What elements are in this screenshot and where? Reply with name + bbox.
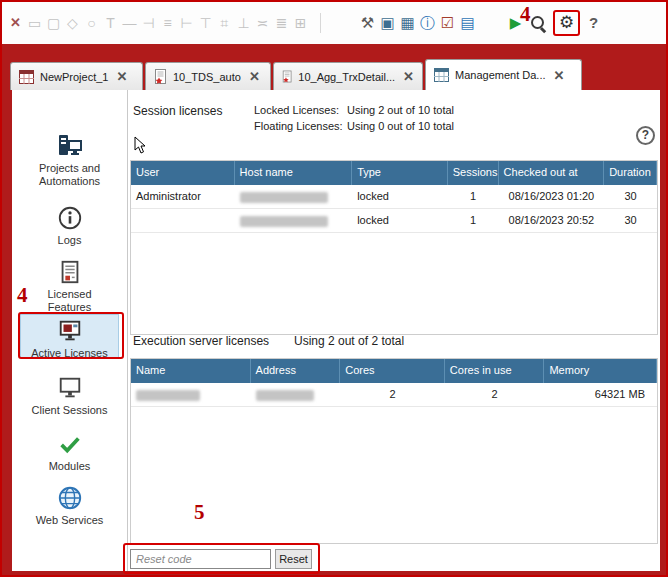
sidebar-item-label: Active Licenses bbox=[30, 347, 110, 360]
sidebar-item-projects-and-automations[interactable]: Projects and Automations bbox=[20, 130, 119, 188]
script-file-icon bbox=[282, 69, 292, 84]
sidebar-item-label: Web Services bbox=[30, 514, 110, 527]
panel-help-icon[interactable]: ? bbox=[636, 126, 655, 145]
tab-close-icon[interactable]: ✕ bbox=[554, 68, 565, 83]
execution-table-header: Name Address Cores Cores in use Memory bbox=[131, 359, 657, 383]
column-header-type[interactable]: Type bbox=[352, 161, 448, 185]
checklist-icon[interactable]: ☑ bbox=[440, 14, 455, 32]
tab-close-icon[interactable]: ✕ bbox=[116, 69, 127, 84]
tab-10-tds-auto[interactable]: 10_TDS_auto ✕ bbox=[145, 62, 271, 90]
annotation-marker-4-sidebar: 4 bbox=[17, 283, 28, 308]
session-table-header: User Host name Type Sessions Checked out… bbox=[131, 161, 657, 185]
tools-icon[interactable]: ⚒ bbox=[360, 14, 375, 32]
session-licenses-title: Session licenses bbox=[133, 104, 222, 118]
align-right-icon[interactable]: ⊢ bbox=[179, 14, 194, 32]
line-icon[interactable]: ― bbox=[122, 14, 137, 32]
sidebar-item-label: Modules bbox=[30, 460, 110, 473]
align-top-icon[interactable]: ⊤ bbox=[198, 14, 213, 32]
align-left-icon[interactable]: ⊣ bbox=[141, 14, 156, 32]
table-row[interactable]: 2 2 64321 MB bbox=[131, 383, 657, 407]
cell-sessions: 1 bbox=[448, 209, 499, 233]
sidebar-item-logs[interactable]: Logs bbox=[20, 202, 119, 247]
column-header-memory[interactable]: Memory bbox=[544, 359, 657, 383]
reset-button[interactable]: Reset bbox=[275, 549, 312, 569]
column-header-name[interactable]: Name bbox=[131, 359, 251, 383]
rounded-rectangle-icon[interactable]: ▢ bbox=[46, 14, 61, 32]
text-icon[interactable]: T bbox=[103, 14, 118, 32]
sidebar-item-label: Client Sessions bbox=[30, 404, 110, 417]
locked-licenses-value: Using 2 out of 10 total bbox=[347, 104, 454, 116]
sidebar-item-modules[interactable]: Modules bbox=[20, 428, 119, 473]
tab-newproject-1[interactable]: NewProject_1 ✕ bbox=[10, 62, 143, 90]
project-table-icon bbox=[19, 70, 34, 84]
web-services-globe-icon bbox=[20, 484, 119, 512]
locked-licenses-label: Locked Licenses: bbox=[254, 102, 347, 118]
align-middle-icon[interactable]: ⌗ bbox=[217, 14, 232, 32]
circle-icon[interactable]: ○ bbox=[84, 14, 99, 32]
session-licenses-table: User Host name Type Sessions Checked out… bbox=[130, 160, 658, 335]
cell-user: Administrator bbox=[131, 185, 235, 209]
column-header-host-name[interactable]: Host name bbox=[235, 161, 353, 185]
align-bottom-icon[interactable]: ⊥ bbox=[236, 14, 251, 32]
zoom-icon[interactable] bbox=[529, 14, 547, 32]
cell-cores-in-use: 2 bbox=[445, 383, 545, 407]
tab-label: 10_Agg_TrxDetail... bbox=[298, 71, 395, 83]
application-window: ✕ ▭ ▢ ◇ ○ T ― ⊣ ≡ ⊢ ⊤ ⌗ ⊥ ≍ ≣ ⊞ ⚒ ▣ ▦ ⓘ … bbox=[0, 0, 668, 577]
tab-close-icon[interactable]: ✕ bbox=[403, 69, 414, 84]
redacted-text bbox=[136, 390, 200, 401]
tab-management-dashboard[interactable]: Management Da... ✕ bbox=[425, 59, 582, 90]
column-header-cores-in-use[interactable]: Cores in use bbox=[445, 359, 545, 383]
help-icon[interactable]: ? bbox=[586, 14, 601, 32]
rectangle-icon[interactable]: ▭ bbox=[27, 14, 42, 32]
column-header-duration[interactable]: Duration bbox=[604, 161, 657, 185]
ellipse-icon[interactable]: ◇ bbox=[65, 14, 80, 32]
toolbar-separator bbox=[320, 13, 321, 33]
sidebar-item-label: Logs bbox=[30, 234, 110, 247]
same-size-icon[interactable]: ⊞ bbox=[293, 14, 308, 32]
column-header-user[interactable]: User bbox=[131, 161, 235, 185]
active-licenses-icon bbox=[21, 317, 118, 345]
column-header-checked-out-at[interactable]: Checked out at bbox=[499, 161, 605, 185]
execution-server-title: Execution server licenses bbox=[133, 334, 294, 348]
execution-server-table: Name Address Cores Cores in use Memory 2… bbox=[130, 358, 658, 544]
client-sessions-icon bbox=[20, 374, 119, 402]
window-icon[interactable]: ▣ bbox=[380, 14, 395, 32]
column-header-sessions[interactable]: Sessions bbox=[448, 161, 499, 185]
align-center-icon[interactable]: ≡ bbox=[160, 14, 175, 32]
cell-host-redacted bbox=[235, 185, 353, 209]
cell-cores: 2 bbox=[340, 383, 445, 407]
distribute-vertical-icon[interactable]: ≣ bbox=[274, 14, 289, 32]
settings-gear-icon[interactable]: ⚙ bbox=[559, 13, 574, 33]
sidebar-item-client-sessions[interactable]: Client Sessions bbox=[20, 372, 119, 417]
content-area: Projects and Automations Logs Licensed F… bbox=[12, 90, 660, 571]
logs-info-icon bbox=[20, 204, 119, 232]
cell-type: locked bbox=[352, 209, 448, 233]
sidebar-item-web-services[interactable]: Web Services bbox=[20, 482, 119, 527]
sidebar-item-licensed-features[interactable]: Licensed Features bbox=[20, 256, 119, 314]
tab-close-icon[interactable]: ✕ bbox=[249, 69, 260, 84]
tab-label: NewProject_1 bbox=[40, 71, 108, 83]
redacted-text bbox=[256, 390, 314, 401]
column-header-address[interactable]: Address bbox=[251, 359, 341, 383]
annotation-marker-5-reset: 5 bbox=[194, 500, 205, 525]
tab-label: 10_TDS_auto bbox=[173, 71, 241, 83]
tab-10-agg-trxdetail[interactable]: 10_Agg_TrxDetail... ✕ bbox=[273, 62, 423, 90]
sidebar-item-active-licenses[interactable]: Active Licenses bbox=[20, 314, 119, 358]
redacted-text bbox=[240, 216, 328, 227]
info-icon[interactable]: ⓘ bbox=[420, 14, 435, 32]
licensed-features-icon bbox=[20, 258, 119, 286]
distribute-horizontal-icon[interactable]: ≍ bbox=[255, 14, 270, 32]
toolbar-shape-group: ✕ ▭ ▢ ◇ ○ T ― ⊣ ≡ ⊢ ⊤ ⌗ ⊥ ≍ ≣ ⊞ bbox=[8, 2, 321, 44]
table-row[interactable]: locked 1 08/16/2023 20:52 30 bbox=[131, 209, 657, 233]
projects-icon bbox=[20, 132, 119, 160]
mouse-cursor bbox=[134, 136, 146, 156]
delete-icon[interactable]: ✕ bbox=[8, 14, 23, 32]
column-header-cores[interactable]: Cores bbox=[340, 359, 445, 383]
cell-checked-out-at: 08/16/2023 20:52 bbox=[499, 209, 605, 233]
table-row[interactable]: Administrator locked 1 08/16/2023 01:20 … bbox=[131, 185, 657, 209]
table-icon[interactable]: ▦ bbox=[400, 14, 415, 32]
main-panel: Session licenses Locked Licenses:Using 2… bbox=[128, 90, 660, 571]
cell-duration: 30 bbox=[604, 209, 657, 233]
data-grid-icon[interactable]: ▤ bbox=[460, 14, 475, 32]
reset-code-input[interactable] bbox=[130, 549, 271, 569]
